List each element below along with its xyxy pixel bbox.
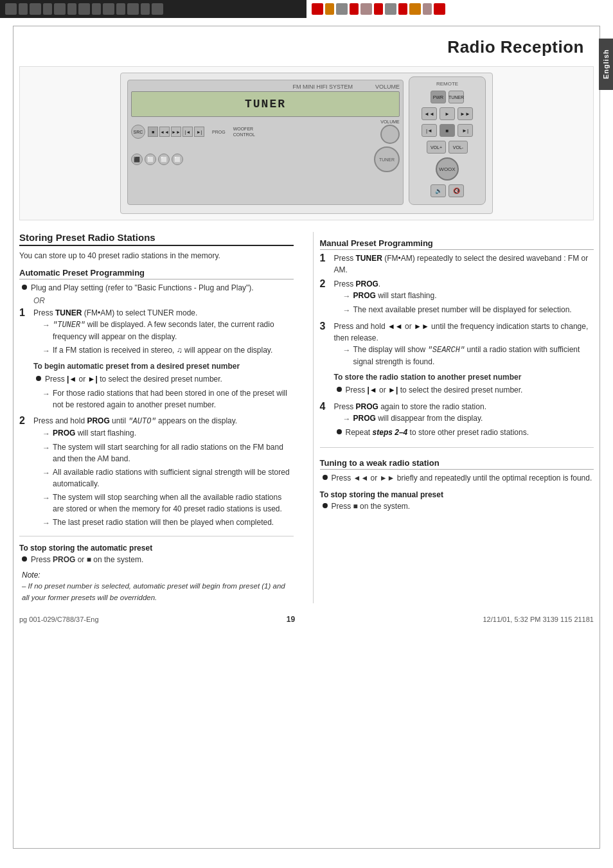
note-label: Note: <box>22 571 40 580</box>
arrow-sym-m4: → <box>343 413 351 425</box>
arrow-manual-next-preset: → The next available preset number will … <box>343 304 572 316</box>
note-text: – If no preset number is selected, autom… <box>22 582 285 601</box>
arrow-sym-5: → <box>42 442 50 454</box>
footer-left: pg 001-029/C788/37-Eng <box>19 616 99 623</box>
stop-auto-section: To stop storing the automatic preset Pre… <box>19 536 294 565</box>
device-image: FM MINI HIFI SYSTEM VOLUME TUNER SRC ■ ◄… <box>19 66 594 220</box>
manual-step-3-content: Press and hold ◄◄ or ►► until the freque… <box>334 321 594 398</box>
repeat-steps-text: Repeat steps 2–4 to store other preset r… <box>346 427 529 438</box>
weak-station-text: Press ◄◄ or ►► briefly and repeatedly un… <box>332 472 592 484</box>
arrow-tuner-text: "TUNER" will be displayed. A few seconds… <box>53 319 294 342</box>
bullet-dot-weak <box>323 475 328 480</box>
top-bar-left <box>0 0 306 18</box>
stop-manual-section: To stop storing the manual preset Press … <box>320 490 594 512</box>
manual-preset-title: Manual Preset Programming <box>320 238 594 250</box>
storing-section-title: Storing Preset Radio Stations <box>19 232 294 246</box>
arrow-last-preset: → The last preset radio station will the… <box>42 517 294 529</box>
top-bar-right <box>306 0 613 18</box>
controls-row-1: SRC ■ ◄◄ ►► |◄ ►| PROG WOOFER CONTROL V <box>131 120 400 144</box>
stop-manual-text: Press ■ on the system. <box>332 500 411 512</box>
page-title: Radio Reception <box>447 37 584 57</box>
store-another-text: Press |◄ or ►| to select the desired pre… <box>346 384 523 396</box>
source-btn: SRC <box>131 125 145 139</box>
preset-select-text: Press |◄ or ►| to select the desired pre… <box>45 373 222 385</box>
arrow-sym-3: → <box>42 388 50 400</box>
arrow-sym-6: → <box>42 467 50 479</box>
right-column: Manual Preset Programming 1 Press TUNER … <box>313 232 594 603</box>
arrow-fm-stereo: → If a FM station is received in stereo,… <box>42 344 294 357</box>
stop-auto-label: To stop storing the automatic preset <box>19 544 294 553</box>
stop-manual-bullet: Press ■ on the system. <box>320 500 594 512</box>
footer-right: 12/11/01, 5:32 PM 3139 115 21181 <box>483 616 594 623</box>
auto-preset-title: Automatic Preset Programming <box>19 268 294 279</box>
arrow-sym-4: → <box>42 428 50 439</box>
stop-manual-label: To stop storing the manual preset <box>320 490 594 499</box>
step-1-content: Press TUNER (FM•AM) to select TUNER mode… <box>33 307 294 412</box>
arrow-manual-prog-flash: → PROG will start flashing. <box>343 290 572 302</box>
arrow-sym: → <box>42 319 50 331</box>
arrow-auto-store: → All available radio stations with suff… <box>42 466 294 490</box>
bullet-dot-another <box>337 387 342 392</box>
arrow-fm-text: If a FM station is received in stereo, ♫… <box>53 344 272 356</box>
arrow-manual-next-preset-text: The next available preset number will be… <box>353 304 572 315</box>
right-bar-segments <box>312 3 445 15</box>
arrow-fm-am-text: The system will start searching for all … <box>53 441 294 465</box>
or-text: OR <box>33 296 294 305</box>
arrow-last-preset-text: The last preset radio station will then … <box>53 517 274 528</box>
arrow-sym-8: → <box>42 517 50 529</box>
manual-step-4: 4 Press PROG again to store the radio st… <box>320 401 594 441</box>
manual-step-3: 3 Press and hold ◄◄ or ►► until the freq… <box>320 321 594 398</box>
arrow-prog-disappear-text: PROG will disappear from the display. <box>353 412 483 424</box>
weak-station-bullet: Press ◄◄ or ►► briefly and repeatedly un… <box>320 472 594 484</box>
store-another-label: To store the radio station to another pr… <box>334 371 594 383</box>
remote-control: REMOTE PWR TUNER ◄◄ ► ►► |◄ ■ ►| VOL+ <box>409 76 486 205</box>
store-another-bullet: Press |◄ or ►| to select the desired pre… <box>334 384 594 396</box>
manual-step-2-content: Press PROG. → PROG will start flashing. … <box>334 278 572 318</box>
plug-play-text: Plug and Play setting (refer to "Basic F… <box>31 282 254 294</box>
left-bar-segments <box>5 3 163 15</box>
arrow-fm-am-search: → The system will start searching for al… <box>42 441 294 465</box>
stop-auto-bullet: Press PROG or ■ on the system. <box>19 554 294 565</box>
page-number: 19 <box>287 615 295 624</box>
auto-step-1: 1 Press TUNER (FM•AM) to select TUNER mo… <box>19 307 294 412</box>
note-block: Note: – If no preset number is selected,… <box>19 569 294 603</box>
arrow-stop-search: → The system will stop searching when al… <box>42 492 294 515</box>
step-num-1: 1 <box>19 307 30 319</box>
preset-select-bullet: Press |◄ or ►| to select the desired pre… <box>33 373 294 385</box>
arrow-manual-prog-flash-text: PROG will start flashing. <box>353 290 437 301</box>
manual-step-num-2: 2 <box>320 278 330 290</box>
step-num-2: 2 <box>19 415 30 427</box>
weak-station-section: Tuning to a weak radio station Press ◄◄ … <box>320 447 594 484</box>
plug-play-bullet: Plug and Play setting (refer to "Basic F… <box>19 282 294 294</box>
display-area: TUNER <box>131 91 400 117</box>
arrow-restore: → For those radio stations that had been… <box>42 387 294 411</box>
bullet-dot-stop-manual <box>323 503 328 508</box>
arrow-prog-flash: → PROG will start flashing. <box>42 427 294 439</box>
arrow-sym-m1: → <box>343 290 351 302</box>
arrow-sym-7: → <box>42 492 50 504</box>
page-footer: pg 001-029/C788/37-Eng 19 12/11/01, 5:32… <box>19 615 594 624</box>
arrow-sym-2: → <box>42 345 50 357</box>
arrow-tuner-display: → "TUNER" will be displayed. A few secon… <box>42 319 294 342</box>
bullet-dot-repeat <box>337 429 342 434</box>
arrow-search-display: → The display will show "SEARCH" until a… <box>343 344 594 368</box>
arrow-search-text: The display will show "SEARCH" until a r… <box>353 344 594 368</box>
arrow-prog-flash-text: PROG will start flashing. <box>53 427 136 439</box>
step-2-content: Press and hold PROG until "AUTO" appears… <box>33 415 294 531</box>
manual-step-4-content: Press PROG again to store the radio stat… <box>334 401 529 441</box>
manual-step-num-1: 1 <box>320 252 330 264</box>
two-column-content: Storing Preset Radio Stations You can st… <box>19 232 594 603</box>
manual-step-2: 2 Press PROG. → PROG will start flashing… <box>320 278 594 318</box>
controls-row-2: ⬛ ⬜ ⬜ ⬜ TUNER <box>131 146 400 172</box>
main-content: Radio Reception FM MINI HIFI SYSTEM VOLU… <box>0 18 613 629</box>
left-column: Storing Preset Radio Stations You can st… <box>19 232 300 603</box>
arrow-stop-search-text: The system will stop searching when all … <box>53 492 294 515</box>
arrow-sym-m3: → <box>343 344 351 356</box>
manual-step-num-3: 3 <box>320 321 330 332</box>
top-bars <box>0 0 613 18</box>
repeat-steps-bullet: Repeat steps 2–4 to store other preset r… <box>334 427 529 438</box>
bullet-dot <box>22 285 27 290</box>
arrow-sym-m2: → <box>343 305 351 316</box>
manual-step-num-4: 4 <box>320 401 330 412</box>
manual-step-1: 1 Press TUNER (FM•AM) repeatedly to sele… <box>320 252 594 276</box>
